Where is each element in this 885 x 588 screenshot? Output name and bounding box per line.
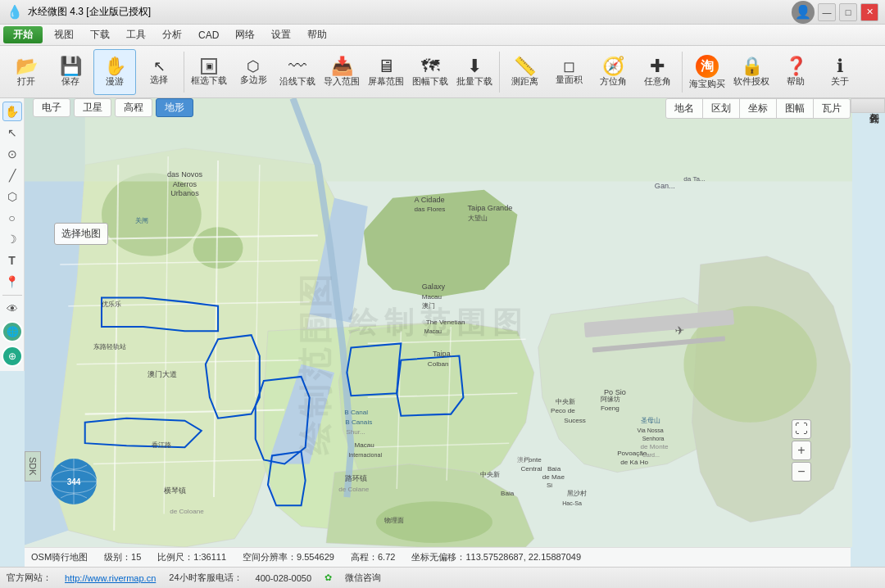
- svg-text:de Colane: de Colane: [338, 486, 369, 493]
- map-area[interactable]: ✈ das Novos Aterros Urbanos 关闸 优乐乐 东路轻轨站…: [25, 98, 852, 547]
- svg-text:中央新: 中央新: [556, 398, 575, 405]
- svg-text:Senhora: Senhora: [642, 436, 665, 442]
- svg-text:横琴镇: 横琴镇: [164, 486, 186, 495]
- btn-line-dl[interactable]: 〰沿线下载: [276, 49, 319, 95]
- wechat-label[interactable]: 微信咨询: [345, 572, 381, 584]
- side-btn-moon[interactable]: ☽: [2, 229, 22, 249]
- btn-screen[interactable]: 🖥屏幕范围: [365, 49, 407, 95]
- menu-download[interactable]: 下载: [82, 26, 118, 43]
- btn-bearing[interactable]: 🧭方位角: [592, 49, 634, 95]
- svg-text:Taipa Grande: Taipa Grande: [468, 204, 513, 212]
- nav-tab-placename[interactable]: 地名: [666, 99, 703, 118]
- tab-satellite[interactable]: 卫星: [74, 98, 111, 117]
- status-bar: 官方网站： http://www.rivermap.cn 24小时客服电话： 4…: [0, 567, 885, 588]
- svg-text:A Cidade: A Cidade: [415, 196, 445, 204]
- svg-text:Baia: Baia: [547, 465, 561, 473]
- menu-start[interactable]: 开始: [3, 26, 43, 43]
- btn-open[interactable]: 📂打开: [5, 49, 48, 95]
- zoom-in-button[interactable]: +: [792, 441, 811, 460]
- svg-text:Povoação: Povoação: [617, 450, 647, 457]
- minimize-button[interactable]: —: [818, 3, 836, 21]
- tab-terrain[interactable]: 地形: [156, 98, 193, 117]
- select-map-label: 选择地图: [54, 223, 108, 245]
- nav-tab-division[interactable]: 区划: [703, 99, 740, 118]
- level-label: 级别：15: [104, 551, 141, 563]
- close-button[interactable]: ✕: [860, 3, 878, 21]
- svg-text:das Novos: das Novos: [167, 170, 203, 179]
- zoom-controls: ⛶ + −: [792, 419, 811, 482]
- side-toolbar: ✋ ↖ ⊙ ╱ ⬡ ○ ☽ T 📍 👁 🌐 ⊕: [0, 98, 25, 371]
- svg-text:Internacional: Internacional: [348, 452, 382, 459]
- side-btn-text[interactable]: T: [2, 251, 22, 270]
- btn-find-pos[interactable]: ✚任意角: [636, 49, 678, 95]
- svg-text:圣母山: 圣母山: [641, 417, 660, 424]
- btn-license[interactable]: 🔒软件授权: [730, 49, 773, 95]
- svg-text:de Coloane: de Coloane: [170, 508, 204, 515]
- nav-tab-coord[interactable]: 坐标: [740, 99, 777, 118]
- side-btn-select[interactable]: ↖: [2, 123, 22, 142]
- resolution-label: 空间分辨率：9.554629: [243, 551, 334, 563]
- map-svg: ✈ das Novos Aterros Urbanos 关闸 优乐乐 东路轻轨站…: [25, 98, 852, 547]
- svg-text:关闸: 关闸: [135, 217, 148, 224]
- svg-text:Taipa: Taipa: [433, 350, 452, 358]
- zoom-out-button[interactable]: −: [792, 462, 811, 482]
- svg-text:B Canais: B Canais: [345, 418, 372, 426]
- side-btn-globe[interactable]: 🌐: [2, 321, 23, 342]
- sep3: [682, 52, 683, 93]
- sdk-label: SDK: [25, 451, 41, 482]
- svg-text:Gan...: Gan...: [655, 182, 675, 190]
- menu-settings[interactable]: 设置: [263, 26, 299, 43]
- scale-label: 比例尺：1:36111: [157, 551, 226, 563]
- btn-maprange[interactable]: 🗺图幅下载: [409, 49, 452, 95]
- side-btn-line[interactable]: ╱: [2, 165, 22, 185]
- btn-batch[interactable]: ⬇批量下载: [453, 49, 496, 95]
- nav-tab-tile[interactable]: 瓦片: [814, 99, 850, 118]
- side-btn-pan[interactable]: ✋: [2, 102, 22, 121]
- task-list-button[interactable]: 任务列表: [851, 98, 885, 113]
- svg-text:Macau: Macau: [355, 441, 374, 449]
- btn-about[interactable]: ℹ关于: [819, 49, 861, 95]
- menu-help[interactable]: 帮助: [299, 26, 335, 43]
- btn-import[interactable]: 📥导入范围: [320, 49, 363, 95]
- svg-text:中央新: 中央新: [480, 471, 500, 478]
- svg-text:da Ta...: da Ta...: [683, 175, 705, 183]
- side-btn-target[interactable]: ⊕: [2, 346, 23, 367]
- menu-network[interactable]: 网络: [227, 26, 263, 43]
- osm-label: OSM骑行地图: [31, 551, 88, 563]
- maximize-button[interactable]: □: [839, 3, 857, 21]
- menu-tools[interactable]: 工具: [118, 26, 154, 43]
- website-link[interactable]: http://www.rivermap.cn: [65, 573, 156, 583]
- svg-text:Urbanos: Urbanos: [170, 189, 199, 197]
- menu-cad[interactable]: CAD: [190, 28, 227, 43]
- menu-bar: 开始 视图 下载 工具 分析 CAD 网络 设置 帮助: [0, 25, 885, 46]
- side-btn-eye[interactable]: 👁: [2, 299, 22, 319]
- btn-frame-dl[interactable]: ▣框选下载: [188, 49, 230, 95]
- btn-help[interactable]: ❓帮助: [774, 49, 817, 95]
- btn-taobao[interactable]: 淘 海宝购买: [686, 49, 728, 95]
- sep2: [499, 52, 500, 93]
- phone-value: 400-028-0050: [256, 573, 312, 583]
- side-btn-marker[interactable]: 📍: [2, 272, 22, 292]
- svg-text:Aterros: Aterros: [173, 180, 197, 188]
- btn-polygon-dl[interactable]: ⬡多边形: [232, 49, 275, 95]
- btn-measure-area[interactable]: ◻量面积: [547, 49, 590, 95]
- zoom-full-button[interactable]: ⛶: [792, 419, 811, 439]
- toolbar: 📂打开 💾保存 ✋漫游 ↖选择 ▣框选下载 ⬡多边形 〰沿线下载 📥导入范围 🖥…: [0, 46, 885, 98]
- menu-view[interactable]: 视图: [46, 26, 82, 43]
- btn-pan[interactable]: ✋漫游: [93, 49, 136, 95]
- svg-text:Shur...: Shur...: [346, 428, 365, 436]
- tab-elevation[interactable]: 高程: [115, 98, 152, 117]
- btn-measure-dist[interactable]: 📏测距离: [503, 49, 546, 95]
- btn-save[interactable]: 💾保存: [49, 49, 92, 95]
- side-btn-polygon[interactable]: ⬡: [2, 187, 22, 206]
- side-btn-circle[interactable]: ○: [2, 208, 22, 228]
- user-icon: 👤: [792, 1, 815, 24]
- btn-select[interactable]: ↖选择: [138, 49, 180, 95]
- website-label: 官方网站：: [7, 572, 52, 584]
- app-icon: 💧: [7, 4, 23, 20]
- tab-electronic[interactable]: 电子: [33, 98, 70, 117]
- nav-tab-mapsheet[interactable]: 图幅: [777, 99, 814, 118]
- side-btn-point[interactable]: ⊙: [2, 144, 22, 164]
- svg-text:Baia: Baia: [501, 490, 515, 497]
- menu-analysis[interactable]: 分析: [154, 26, 190, 43]
